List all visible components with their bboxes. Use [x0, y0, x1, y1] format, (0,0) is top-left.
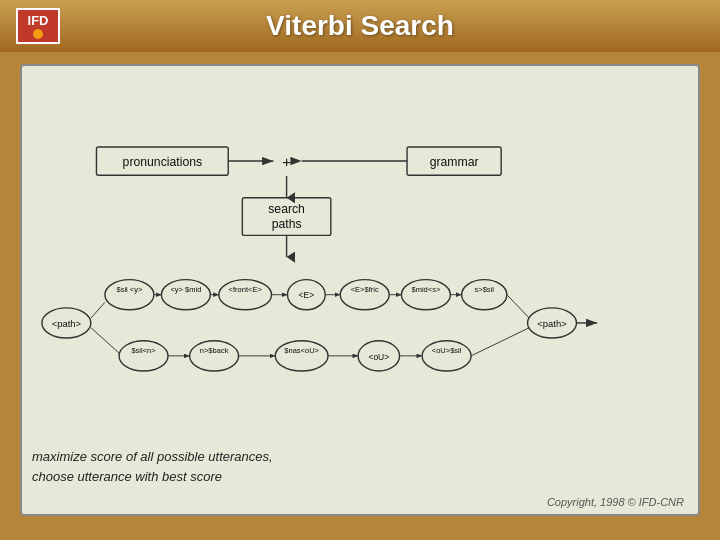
logo-text: IFD	[28, 14, 49, 27]
svg-text:<path>: <path>	[52, 318, 82, 329]
logo: IFD	[16, 8, 60, 44]
page-title: Viterbi Search	[266, 10, 454, 42]
svg-text:$mid<s>: $mid<s>	[411, 285, 440, 294]
svg-line-28	[91, 302, 105, 318]
svg-text:search: search	[268, 202, 305, 216]
svg-line-46	[91, 328, 119, 353]
svg-text:<E>: <E>	[299, 290, 315, 300]
svg-text:+: +	[282, 153, 291, 170]
header: IFD Viterbi Search	[0, 0, 720, 52]
svg-line-35	[507, 295, 530, 319]
content-area: pronunciations + grammar search paths <p…	[20, 64, 700, 516]
svg-text:<E>$fric: <E>$fric	[351, 285, 379, 294]
svg-text:pronunciations: pronunciations	[123, 155, 202, 169]
svg-line-51	[471, 328, 529, 356]
logo-dot	[33, 29, 43, 39]
bottom-text-line1: maximize score of all possible utterance…	[32, 447, 273, 467]
svg-text:<y> $mid: <y> $mid	[170, 285, 201, 294]
svg-text:<oU>$sil: <oU>$sil	[432, 346, 462, 355]
bottom-text: maximize score of all possible utterance…	[32, 447, 273, 486]
bottom-text-line2: choose utterance with best score	[32, 467, 273, 487]
svg-text:<oU>: <oU>	[368, 352, 389, 362]
svg-text:<path>: <path>	[537, 318, 567, 329]
svg-text:grammar: grammar	[430, 155, 479, 169]
copyright: Copyright, 1998 © IFD-CNR	[547, 496, 684, 508]
svg-text:n>$back: n>$back	[200, 346, 229, 355]
svg-text:$sil<n>: $sil<n>	[131, 346, 156, 355]
diagram-svg: pronunciations + grammar search paths <p…	[40, 80, 680, 500]
svg-text:paths: paths	[272, 217, 302, 231]
svg-text:s>$sil: s>$sil	[475, 285, 495, 294]
svg-text:<front<E>: <front<E>	[229, 285, 263, 294]
svg-text:$sil <y>: $sil <y>	[116, 285, 143, 294]
svg-text:$nas<oU>: $nas<oU>	[284, 346, 319, 355]
